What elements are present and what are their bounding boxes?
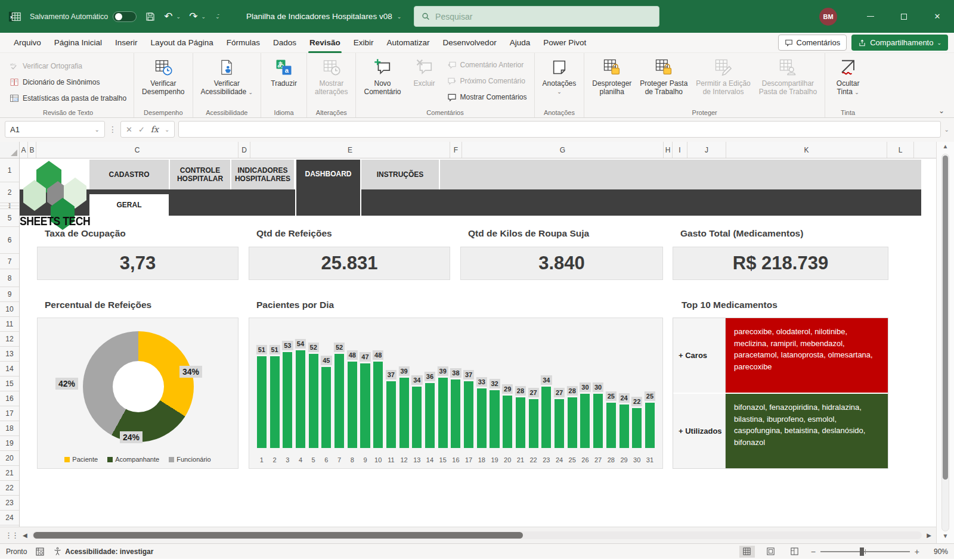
nav-tab-controle-hospitalar[interactable]: CONTROLE HOSPITALAR <box>170 160 231 189</box>
bar[interactable] <box>451 379 460 448</box>
vscroll-track[interactable] <box>941 154 949 531</box>
zoom-out-icon[interactable]: − <box>811 547 816 556</box>
ribbon-tab-power-pivot[interactable]: Power Pivot <box>537 33 593 53</box>
ribbon-tab-arquivo[interactable]: Arquivo <box>7 33 48 53</box>
ribbon-tab-desenvolvedor[interactable]: Desenvolvedor <box>436 33 503 53</box>
row-header-18[interactable]: 18 <box>0 421 19 436</box>
row-header-20[interactable]: 20 <box>0 451 19 466</box>
bar[interactable] <box>270 356 280 449</box>
redo-icon[interactable]: ↷ <box>189 11 197 21</box>
bar[interactable] <box>334 354 344 448</box>
ribbon-tab-automatizar[interactable]: Automatizar <box>380 33 436 53</box>
maximize-button[interactable] <box>887 0 921 33</box>
row-header-16[interactable]: 16 <box>0 391 19 406</box>
row-header-15[interactable]: 15 <box>0 377 19 391</box>
bar[interactable] <box>283 352 292 448</box>
vscroll-thumb[interactable] <box>943 155 948 480</box>
formula-bar-grip[interactable]: ⋮ <box>109 125 117 134</box>
bar[interactable] <box>568 397 577 448</box>
bar[interactable] <box>360 363 370 448</box>
scroll-down-icon[interactable]: ▼ <box>943 533 949 542</box>
column-header-L[interactable]: L <box>887 142 914 158</box>
name-box[interactable]: A1 ⌄ <box>5 121 105 138</box>
scroll-up-icon[interactable]: ▲ <box>943 143 949 153</box>
ribbon-tab-inserir[interactable]: Inserir <box>109 33 144 53</box>
zoom-slider-track[interactable] <box>820 551 910 552</box>
hscroll-track[interactable] <box>32 531 922 539</box>
collapse-ribbon-icon[interactable]: ⌄ <box>938 107 944 115</box>
ribbon-tab-exibir[interactable]: Exibir <box>347 33 380 53</box>
avatar[interactable]: BM <box>819 8 837 26</box>
zoom-in-icon[interactable]: + <box>915 547 919 556</box>
row-header-8[interactable]: 8 <box>0 269 19 287</box>
ribbon-tab-dados[interactable]: Dados <box>267 33 303 53</box>
thesaurus-button[interactable]: Dicionário de Sinônimos <box>6 74 130 89</box>
bar[interactable] <box>438 378 448 448</box>
hide-ink-button[interactable]: Ocultar Tinta ⌄ <box>829 56 867 97</box>
ribbon-tab-fórmulas[interactable]: Fórmulas <box>220 33 267 53</box>
bar[interactable] <box>580 394 590 448</box>
protect-workbook-button[interactable]: Proteger Pasta de Trabalho <box>636 56 692 96</box>
bar[interactable] <box>373 362 383 448</box>
bar[interactable] <box>606 403 616 448</box>
column-header-B[interactable]: B <box>28 142 36 158</box>
search-input[interactable] <box>435 12 652 21</box>
scroll-right-icon[interactable]: ▶ <box>927 532 931 539</box>
row-header-17[interactable]: 17 <box>0 406 19 421</box>
row-header-5[interactable]: 5 <box>0 209 19 227</box>
check-accessibility-button[interactable]: Verificar Acessibilidade ⌄ <box>197 56 258 97</box>
search-box[interactable] <box>414 6 659 27</box>
nav-tab-dashboard[interactable]: DASHBOARD <box>295 160 361 216</box>
column-header-K[interactable]: K <box>726 142 887 158</box>
next-comment-button[interactable]: Próximo Comentário <box>444 73 531 88</box>
confirm-entry-icon[interactable]: ✓ <box>138 125 145 134</box>
row-header-10[interactable]: 10 <box>0 302 19 317</box>
title-caret-icon[interactable]: ⌄ <box>397 14 402 20</box>
sheet-grid[interactable]: CADASTROCONTROLE HOSPITALARINDICADORES H… <box>20 158 936 527</box>
zoom-slider-handle[interactable] <box>860 547 864 556</box>
row-header-2[interactable]: 2 <box>0 182 19 203</box>
row-header-23[interactable]: 23 <box>0 496 19 511</box>
comments-button[interactable]: Comentários <box>778 35 847 51</box>
column-header-G[interactable]: G <box>462 142 664 158</box>
macro-record-icon[interactable] <box>35 547 45 556</box>
redo-caret-icon[interactable]: ⌄ <box>201 14 206 20</box>
row-header-21[interactable]: 21 <box>0 466 19 481</box>
bar[interactable] <box>412 387 422 448</box>
view-page-break-button[interactable] <box>787 546 803 558</box>
bar[interactable] <box>464 381 473 448</box>
delete-comment-button[interactable]: Excluir <box>405 56 444 88</box>
insert-function-icon[interactable]: fx <box>151 125 159 134</box>
column-header-A[interactable]: A <box>20 142 28 158</box>
row-header-11[interactable]: 11 <box>0 317 19 332</box>
undo-icon[interactable]: ↶ <box>164 11 172 21</box>
translate-button[interactable]: あa Traduzir <box>265 56 303 88</box>
bar[interactable] <box>503 396 512 448</box>
row-header-19[interactable]: 19 <box>0 436 19 451</box>
column-header-F[interactable]: F <box>450 142 462 158</box>
bar[interactable] <box>321 367 331 448</box>
allow-edit-ranges-button[interactable]: Permitir a Edição de Intervalos <box>692 56 754 96</box>
new-comment-button[interactable]: Novo Comentário <box>360 56 405 96</box>
row-header-24[interactable]: 24 <box>0 511 19 525</box>
ribbon-tab-ajuda[interactable]: Ajuda <box>503 33 537 53</box>
close-button[interactable]: ✕ <box>921 0 954 33</box>
column-header-H[interactable]: H <box>664 142 673 158</box>
row-header-22[interactable]: 22 <box>0 481 19 496</box>
sheet-tabs-grip-icon[interactable]: ⋮⋮ <box>5 531 18 540</box>
nav-tab-instruções[interactable]: INSTRUÇÕES <box>361 160 440 189</box>
nav-tab-cadastro[interactable]: CADASTRO <box>89 160 170 189</box>
expand-formula-bar-icon[interactable]: ⌄ <box>944 126 949 133</box>
show-comments-button[interactable]: Mostrar Comentários <box>444 89 531 104</box>
bar[interactable] <box>645 403 655 448</box>
bar[interactable] <box>632 408 642 448</box>
row-header-6[interactable]: 6 <box>0 227 19 254</box>
zoom-level[interactable]: 90% <box>928 547 948 556</box>
customize-toolbar-icon[interactable]: ⌄̄ <box>215 14 220 20</box>
excel-app-icon[interactable]: x <box>8 10 21 23</box>
hscroll-thumb[interactable] <box>33 532 523 539</box>
bar[interactable] <box>541 387 551 448</box>
row-header-13[interactable]: 13 <box>0 347 19 362</box>
undo-caret-icon[interactable]: ⌄ <box>176 14 181 20</box>
accessibility-status[interactable]: Acessibilidade: investigar <box>53 547 153 556</box>
